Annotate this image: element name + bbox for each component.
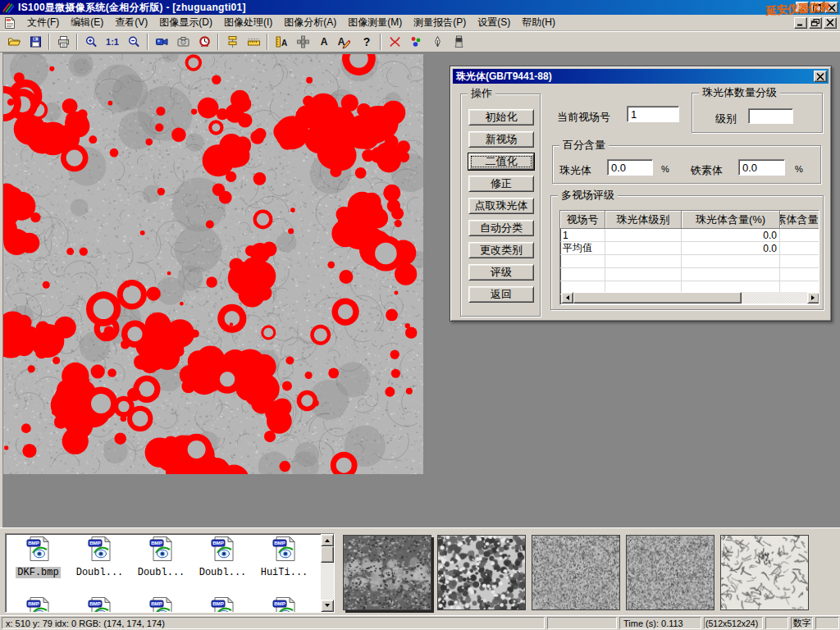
file-item-2[interactable]: BMPDoubl... (130, 536, 192, 578)
file-item-row2-0[interactable]: BMP (7, 596, 69, 613)
zoom-in-button[interactable] (80, 32, 102, 52)
toolbar-group-3 (151, 32, 215, 52)
table-cell (682, 268, 780, 281)
thumbnail-2[interactable] (437, 535, 526, 610)
brush-tool-button[interactable] (448, 32, 469, 52)
file-item-3[interactable]: BMPDoubl... (192, 536, 253, 578)
menu-item-7[interactable]: 测量报告(P) (408, 14, 472, 31)
text-label-button[interactable]: A (313, 32, 335, 52)
scroll-right-button[interactable] (807, 292, 819, 304)
op-button-6[interactable]: 更改类别 (468, 242, 534, 258)
thumbnail-5[interactable] (720, 535, 809, 610)
phase-mark-button[interactable] (405, 32, 427, 52)
bmp-file-icon: BMP (88, 596, 112, 613)
timer-button[interactable] (194, 32, 215, 52)
op-button-0[interactable]: 初始化 (468, 109, 534, 126)
current-view-input[interactable] (627, 106, 679, 122)
operations-legend: 操作 (468, 88, 495, 99)
document-icon: DOC (3, 18, 16, 32)
scrollbar-track[interactable] (742, 292, 807, 304)
auto-measure-button[interactable]: A (271, 32, 292, 52)
table-row-1[interactable]: 平均值0.0 (560, 242, 819, 255)
dialog-close-button[interactable] (814, 71, 827, 82)
save-button[interactable] (25, 32, 46, 52)
op-button-1[interactable]: 新视场 (468, 131, 534, 148)
actual-size-button[interactable]: 1:1 (102, 32, 123, 52)
grid-cross-icon (296, 35, 310, 48)
snapshot-button[interactable] (172, 32, 194, 52)
file-item-0[interactable]: BMPDKF.bmp (7, 536, 69, 578)
file-item-1[interactable]: BMPDoubl... (69, 536, 130, 578)
scrollbar-thumb[interactable] (321, 546, 334, 563)
maximize-button[interactable] (810, 2, 824, 13)
table-horizontal-scrollbar[interactable] (561, 292, 819, 304)
op-button-2[interactable]: 二值化 (468, 153, 534, 170)
op-button-8[interactable]: 返回 (468, 286, 534, 303)
scroll-up-button[interactable] (321, 534, 334, 546)
menu-item-4[interactable]: 图像处理(I) (218, 14, 278, 31)
file-item-row2-4[interactable]: BMP (253, 596, 315, 613)
table-row-3[interactable] (560, 268, 819, 281)
thumbnail-1[interactable] (343, 535, 431, 610)
video-capture-button[interactable] (151, 32, 172, 52)
grid-button[interactable] (292, 32, 313, 52)
op-button-7[interactable]: 评级 (468, 264, 534, 281)
ruler-measure-button[interactable] (243, 32, 264, 52)
table-header-3: 铁素体含量(%) (780, 211, 819, 229)
menu-item-6[interactable]: 图像测量(M) (342, 14, 408, 31)
camera-icon (176, 35, 190, 48)
caliper-icon (226, 35, 240, 48)
curve-tool-button[interactable] (384, 32, 405, 52)
menu-item-8[interactable]: 设置(S) (472, 14, 516, 31)
scrollbar-thumb[interactable] (573, 292, 742, 304)
table-cell (780, 255, 819, 268)
help-button[interactable]: ? (356, 32, 377, 52)
op-button-5[interactable]: 自动分类 (468, 220, 534, 236)
file-item-row2-1[interactable]: BMP (69, 596, 130, 613)
dialog-title-bar[interactable]: 珠光体(GB/T9441-88) (453, 69, 829, 84)
toolbar: 1:1AAA? (0, 31, 840, 52)
open-button[interactable] (3, 32, 25, 52)
mdi-close-button[interactable] (824, 17, 837, 29)
file-name: Doubl... (75, 567, 126, 578)
scroll-left-button[interactable] (561, 292, 573, 304)
menu-item-0[interactable]: 文件(F) (21, 14, 65, 31)
close-button[interactable] (825, 2, 838, 13)
caliper-measure-button[interactable] (221, 32, 243, 52)
mdi-restore-button[interactable] (809, 17, 822, 29)
level-input[interactable] (748, 108, 793, 124)
file-item-row2-2[interactable]: BMP (130, 596, 192, 613)
table-row-0[interactable]: 10.0 (560, 229, 819, 242)
file-list-scrollbar[interactable] (321, 534, 334, 612)
pearlite-percent-input[interactable] (607, 159, 653, 176)
menu-item-1[interactable]: 编辑(E) (65, 14, 109, 31)
file-item-4[interactable]: BMPHuiTi... (253, 536, 315, 578)
zoom-out-button[interactable] (123, 32, 144, 52)
quantity-grading-group: 珠光体数量分级 级别 (692, 93, 823, 133)
pearlite-label: 珠光体 (559, 163, 591, 178)
menu-item-9[interactable]: 帮助(H) (516, 14, 561, 31)
dialog-title: 珠光体(GB/T9441-88) (453, 70, 814, 84)
table-row-2[interactable] (560, 255, 819, 268)
thumbnail-4[interactable] (626, 535, 714, 610)
print-button[interactable] (52, 32, 74, 52)
op-button-3[interactable]: 修正 (468, 176, 534, 192)
mdi-minimize-button[interactable] (794, 17, 807, 29)
menu-item-2[interactable]: 查看(V) (109, 14, 153, 31)
minimize-button[interactable] (796, 2, 809, 13)
menu-item-5[interactable]: 图像分析(A) (278, 14, 342, 31)
menu-item-3[interactable]: 图像显示(D) (153, 14, 218, 31)
title-bar[interactable]: IS100显微摄像系统(金相分析版) - [zhuguangti01] (0, 0, 840, 15)
file-item-row2-3[interactable]: BMP (192, 596, 253, 613)
bmp-file-icon: BMP (149, 536, 174, 565)
table-header-row: 视场号珠光体级别珠光体含量(%)铁素体含量(%) (560, 211, 819, 229)
metallographic-image[interactable] (3, 54, 423, 474)
ferrite-percent-input[interactable] (738, 159, 785, 176)
pen-tool-button[interactable] (427, 32, 448, 52)
table-cell: 0.0 (682, 229, 780, 242)
text-edit-button[interactable]: A (335, 32, 356, 52)
scroll-down-button[interactable] (321, 600, 334, 612)
op-button-4[interactable]: 点取珠光体 (468, 198, 534, 214)
table-cell (605, 255, 682, 268)
thumbnail-3[interactable] (532, 535, 620, 610)
